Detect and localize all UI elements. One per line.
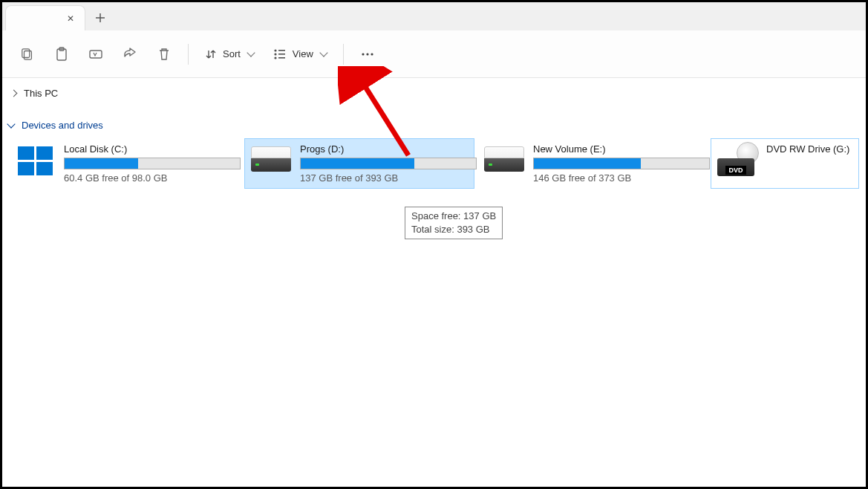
drives-grid: Local Disk (C:) 60.4 GB free of 98.0 GB … xyxy=(2,138,866,189)
separator xyxy=(343,44,344,65)
svg-point-9 xyxy=(274,56,276,59)
breadcrumb[interactable]: This PC xyxy=(2,78,866,108)
svg-point-5 xyxy=(274,49,276,51)
chevron-down-icon xyxy=(7,120,15,128)
svg-point-7 xyxy=(274,53,276,55)
drive-free-text: 60.4 GB free of 98.0 GB xyxy=(64,172,235,184)
group-label: Devices and drives xyxy=(22,120,103,131)
svg-point-11 xyxy=(362,53,364,55)
toolbar: Sort View xyxy=(2,30,866,78)
svg-rect-6 xyxy=(278,50,285,51)
delete-button[interactable] xyxy=(149,41,179,68)
svg-rect-1 xyxy=(22,48,30,57)
view-icon xyxy=(273,48,287,60)
capacity-bar xyxy=(64,158,241,169)
svg-rect-0 xyxy=(25,51,32,59)
drive-info: New Volume (E:) 146 GB free of 373 GB xyxy=(533,143,701,184)
drive-dvd-g[interactable]: DVD DVD RW Drive (G:) xyxy=(711,138,859,189)
clipboard-icon xyxy=(55,47,68,62)
hdd-icon xyxy=(251,146,291,176)
view-label: View xyxy=(293,48,313,59)
svg-rect-8 xyxy=(278,54,285,55)
sort-icon xyxy=(205,48,217,60)
share-icon xyxy=(123,48,137,61)
more-icon xyxy=(361,52,374,56)
drive-name: Local Disk (C:) xyxy=(64,143,235,155)
tab-active[interactable]: ✕ xyxy=(5,5,85,30)
drive-info: Local Disk (C:) 60.4 GB free of 98.0 GB xyxy=(64,143,235,184)
drive-progs-d[interactable]: Progs (D:) 137 GB free of 393 GB xyxy=(244,138,474,189)
plus-icon xyxy=(95,13,105,23)
share-button[interactable] xyxy=(115,41,145,68)
drive-name: Progs (D:) xyxy=(300,143,468,155)
drive-info: DVD RW Drive (G:) xyxy=(766,143,852,158)
close-icon[interactable]: ✕ xyxy=(67,13,74,24)
capacity-bar xyxy=(533,158,710,169)
sort-dropdown[interactable]: Sort xyxy=(198,41,261,68)
chevron-right-icon xyxy=(10,89,18,97)
tooltip-line: Space free: 137 GB xyxy=(411,210,496,223)
rename-button[interactable] xyxy=(81,41,111,68)
more-button[interactable] xyxy=(353,41,382,68)
rename-icon xyxy=(88,48,103,61)
tooltip: Space free: 137 GB Total size: 393 GB xyxy=(405,207,503,239)
drive-info: Progs (D:) 137 GB free of 393 GB xyxy=(300,143,468,184)
group-devices-drives[interactable]: Devices and drives xyxy=(2,108,866,138)
windows-logo-icon xyxy=(18,146,55,176)
tooltip-line: Total size: 393 GB xyxy=(411,223,496,236)
separator xyxy=(188,44,189,65)
svg-point-13 xyxy=(371,53,373,55)
drive-name: New Volume (E:) xyxy=(533,143,701,155)
drive-newvolume-e[interactable]: New Volume (E:) 146 GB free of 373 GB xyxy=(477,138,708,189)
breadcrumb-item[interactable]: This PC xyxy=(24,88,58,99)
hdd-icon xyxy=(484,146,524,176)
sort-label: Sort xyxy=(223,48,241,59)
view-dropdown[interactable]: View xyxy=(266,41,334,68)
new-tab-button[interactable] xyxy=(85,5,115,30)
svg-point-12 xyxy=(366,53,368,55)
chevron-down-icon xyxy=(247,48,255,56)
drive-free-text: 137 GB free of 393 GB xyxy=(300,172,468,184)
copy-icon xyxy=(21,48,34,61)
drive-free-text: 146 GB free of 373 GB xyxy=(533,172,701,184)
chevron-down-icon xyxy=(319,48,327,56)
drive-local-c[interactable]: Local Disk (C:) 60.4 GB free of 98.0 GB xyxy=(11,138,241,189)
trash-icon xyxy=(158,48,170,61)
drive-name: DVD RW Drive (G:) xyxy=(766,143,852,155)
paste-button[interactable] xyxy=(47,41,76,68)
copy-button[interactable] xyxy=(13,41,42,68)
tabstrip: ✕ xyxy=(2,2,866,30)
dvd-icon: DVD xyxy=(717,146,757,176)
svg-rect-10 xyxy=(278,57,285,59)
capacity-bar xyxy=(300,158,477,169)
